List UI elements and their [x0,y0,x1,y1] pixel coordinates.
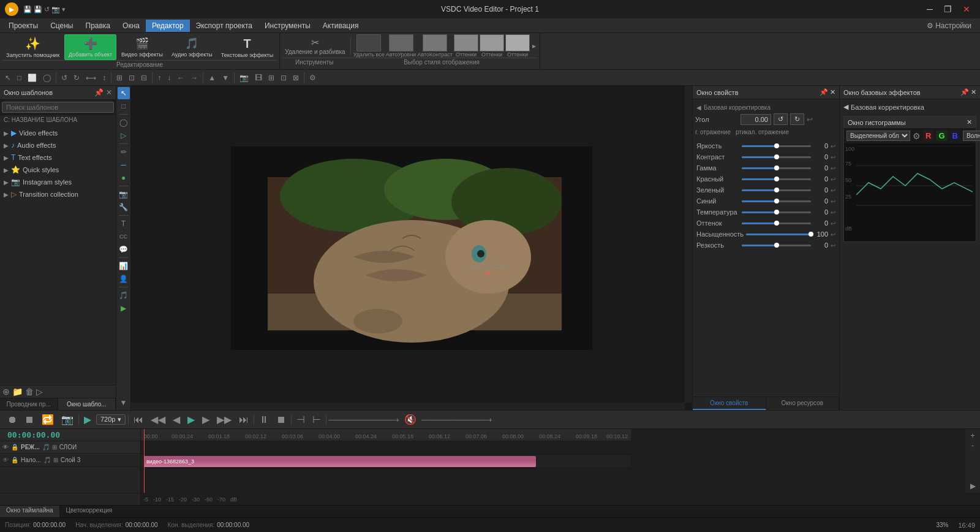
angle-input[interactable] [741,114,771,125]
grid-tool[interactable]: ⊞ [266,72,277,83]
temperature-slider[interactable] [742,211,811,213]
add-object-button[interactable]: ➕ Добавить объект [64,34,116,60]
circle-tool[interactable]: ◯ [40,72,53,83]
prev-btn[interactable]: ◀ [170,412,183,427]
rotate-ccw-button[interactable]: ↻ [790,113,804,125]
rotate-cw-button[interactable]: ↺ [774,113,788,125]
histogram-options[interactable]: ⚙ [913,131,921,141]
expand-tool-btn[interactable]: ▼ [118,397,130,409]
video-tool-btn[interactable]: ▶ [118,302,130,314]
tree-item-quick[interactable]: ▶ ⭐ Quick styles [0,164,116,176]
text-tool-btn[interactable]: T [118,218,130,230]
audio-tool-btn[interactable]: 🎵 [118,289,130,302]
timeline-zoom-out[interactable]: - [971,441,974,450]
wizard-button[interactable]: ✨ Запустить помощник [2,34,63,60]
arrow-down-tool[interactable]: ↓ [165,72,173,83]
menu-settings[interactable]: ⚙ Настройки [921,20,978,32]
snap-tool[interactable]: ⊡ [278,72,289,83]
video-effects-button[interactable]: 🎬 Видео эффекты [118,35,167,59]
tab-properties[interactable]: Окно свойств [693,397,766,410]
tab-explorer[interactable]: Проводник пр... [0,398,58,410]
record-btn[interactable]: ⏺ [5,413,20,427]
wrench-tool-btn[interactable]: 🔧 [118,201,130,213]
front-tool[interactable]: ▲ [206,72,218,83]
template-folder-button[interactable]: 📁 [12,387,23,397]
play-btn[interactable]: ▶ [81,412,94,427]
bubble-tool-btn[interactable]: 💬 [118,243,130,256]
template-del-button[interactable]: 🗑 [25,387,34,397]
track1-lock[interactable]: 🔒 [11,457,18,463]
back-tool[interactable]: ▼ [219,72,232,83]
track1-eye[interactable]: 👁 [2,457,9,463]
arrow-up-tool[interactable]: ↑ [155,72,164,83]
sharpness-slider[interactable] [742,245,811,246]
align-left-tool[interactable]: ⊞ [114,72,125,83]
align-center-tool[interactable]: ⊡ [126,72,137,83]
close-button[interactable]: ✕ [958,2,975,17]
contrast-slider[interactable] [742,156,811,158]
auto-contrast-button[interactable]: АвтоКонтраст [417,34,453,58]
line-tool-btn[interactable]: ─ [118,159,130,171]
window-controls[interactable]: ─ ❐ ✕ [922,2,975,17]
tree-item-instagram[interactable]: ▶ 📷 Instagram styles [0,176,116,188]
track1-layers[interactable]: ⊞ [53,457,58,463]
delete-all-button[interactable]: Удалить все [353,34,385,58]
video-clip[interactable]: видео-13682863_3 [144,456,536,467]
select2-tool[interactable]: ⬜ [25,72,39,83]
green-slider[interactable] [742,189,811,191]
channel-b-button[interactable]: B [950,131,960,141]
menu-scenes[interactable]: Сцены [44,20,79,32]
delete-split-button[interactable]: ✂ Удаление и разбивка [282,36,347,56]
flip-v-tool[interactable]: ↕ [100,72,108,83]
film-tool[interactable]: 🎞 [252,72,265,83]
contrast-reset[interactable]: ↩ [831,154,835,161]
properties-close-button[interactable]: ✕ [830,88,835,96]
cam1-tool[interactable]: 📷 [237,72,251,83]
properties-pin-button[interactable]: 📌 [820,88,828,96]
menu-editor[interactable]: Редактор [146,20,190,32]
timeline-zoom-in[interactable]: + [970,431,974,440]
track1-audio[interactable]: 🎵 [43,457,51,463]
rotate-ccw-tool[interactable]: ↺ [59,72,70,83]
skip-start-btn[interactable]: ⏮ [131,413,146,427]
menu-projects[interactable]: Проекты [2,20,44,32]
menu-windows[interactable]: Окна [116,20,146,32]
loop-btn[interactable]: 🔁 [39,412,56,427]
dotgrid-tool[interactable]: ⊠ [290,72,301,83]
arrow-right-tool[interactable]: → [188,72,200,83]
brightness-slider[interactable] [742,145,811,147]
audio-effects-button[interactable]: 🎵 Аудио эффекты [168,35,216,59]
tone2-button[interactable]: Оттенки [480,34,504,58]
rotate-cw-tool[interactable]: ↻ [71,72,82,83]
tab-color[interactable]: Цветокоррекция [60,506,119,517]
menu-edit[interactable]: Правка [80,20,117,32]
mute-btn[interactable]: 🔇 [402,412,419,427]
select-tool[interactable]: ↖ [2,72,13,83]
brightness-reset[interactable]: ↩ [831,143,835,150]
pen-tool-btn[interactable]: ✏ [118,146,130,158]
tab-templates[interactable]: Окно шабло... [58,398,116,410]
mark-in-btn[interactable]: ⊣ [294,412,307,427]
arrow-left-tool[interactable]: ← [175,72,187,83]
sharpness-reset[interactable]: ↩ [831,242,835,249]
auto-levels-button[interactable]: АвтоУровни [386,34,417,58]
gamma-reset[interactable]: ↩ [831,165,835,172]
tree-item-transition[interactable]: ▶ ▷ Transition collection [0,188,116,200]
template-more-button[interactable]: ▷ [36,387,43,397]
green-reset[interactable]: ↩ [831,187,835,194]
chart-tool-btn[interactable]: 📊 [118,260,130,272]
prev-frame-btn[interactable]: ◀◀ [148,412,168,427]
more-styles-button[interactable]: ▸ [531,42,537,50]
channel-g-button[interactable]: G [936,131,947,141]
tone1-button[interactable]: Оттенки [454,34,478,58]
playhead[interactable] [144,429,145,493]
red-reset[interactable]: ↩ [831,176,835,183]
play-tool-btn[interactable]: ▷ [118,129,130,142]
tone3-button[interactable]: Оттенки [505,34,530,58]
template-add-button[interactable]: ⊕ [2,387,10,397]
rect-tool-btn[interactable]: □ [118,100,130,112]
menu-export[interactable]: Экспорт проекта [190,20,258,32]
text-effects-button[interactable]: T Текстовые эффекты [217,35,277,60]
effects-pin-button[interactable]: 📌 [960,88,969,96]
settings-tool[interactable]: ⚙ [307,72,318,83]
